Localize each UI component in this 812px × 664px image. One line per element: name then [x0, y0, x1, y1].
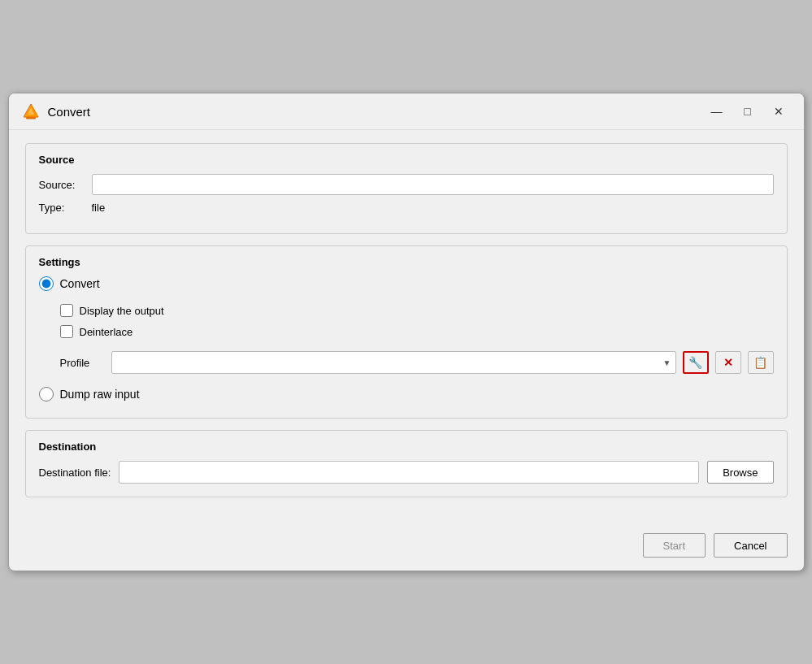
profile-select[interactable] — [111, 351, 676, 374]
bottom-bar: Start Cancel — [9, 525, 804, 571]
source-section-title: Source — [39, 154, 774, 166]
deinterlace-checkbox[interactable] — [60, 325, 73, 338]
destination-row: Destination file: Browse — [39, 461, 774, 484]
dump-radio[interactable] — [39, 387, 54, 401]
title-bar: Convert — □ ✕ — [9, 93, 804, 130]
source-section: Source Source: Type: file — [25, 143, 788, 234]
display-output-group: Display the output — [60, 304, 774, 317]
minimize-button[interactable]: — — [705, 102, 729, 121]
profile-row: Profile ▼ 🔧 ✕ 📋 — [60, 351, 774, 374]
title-bar-left: Convert — [22, 102, 91, 120]
start-button[interactable]: Start — [643, 533, 706, 558]
new-profile-button[interactable]: 📋 — [748, 351, 774, 374]
dump-radio-group: Dump raw input — [39, 387, 774, 401]
convert-radio[interactable] — [39, 276, 54, 291]
settings-section-title: Settings — [39, 256, 774, 268]
dest-file-label: Destination file: — [39, 467, 111, 479]
delete-profile-button[interactable]: ✕ — [715, 351, 741, 374]
vlc-icon — [22, 102, 40, 120]
delete-icon: ✕ — [723, 356, 733, 369]
source-label: Source: — [39, 179, 84, 191]
browse-button[interactable]: Browse — [707, 461, 773, 484]
svg-rect-1 — [26, 117, 36, 119]
convert-radio-group: Convert — [39, 276, 774, 291]
wrench-icon: 🔧 — [688, 356, 702, 369]
close-button[interactable]: ✕ — [766, 102, 791, 121]
source-row: Source: — [39, 174, 774, 195]
destination-section: Destination Destination file: Browse — [25, 430, 788, 497]
profile-select-wrapper: ▼ — [111, 351, 676, 374]
edit-profile-button[interactable]: 🔧 — [683, 351, 709, 374]
window-content: Source Source: Type: file Settings Conve… — [9, 130, 804, 525]
dump-radio-label[interactable]: Dump raw input — [60, 388, 140, 401]
type-value: file — [92, 202, 106, 214]
settings-section: Settings Convert Display the output Dein… — [25, 245, 788, 419]
window-title: Convert — [48, 105, 91, 119]
profile-label: Profile — [60, 357, 105, 369]
maximize-button[interactable]: □ — [736, 102, 760, 121]
type-row: Type: file — [39, 202, 774, 214]
title-bar-controls: — □ ✕ — [705, 102, 791, 121]
dest-file-input[interactable] — [119, 461, 699, 484]
convert-window: Convert — □ ✕ Source Source: Type: file … — [8, 93, 805, 571]
deinterlace-group: Deinterlace — [60, 325, 774, 338]
display-output-checkbox[interactable] — [60, 304, 73, 317]
source-input[interactable] — [92, 174, 774, 195]
convert-radio-label[interactable]: Convert — [60, 277, 100, 290]
destination-section-title: Destination — [39, 440, 774, 453]
cancel-button[interactable]: Cancel — [714, 533, 787, 558]
new-profile-icon: 📋 — [753, 356, 767, 369]
display-output-label[interactable]: Display the output — [80, 305, 164, 317]
type-label: Type: — [39, 202, 84, 214]
deinterlace-label[interactable]: Deinterlace — [80, 326, 133, 338]
